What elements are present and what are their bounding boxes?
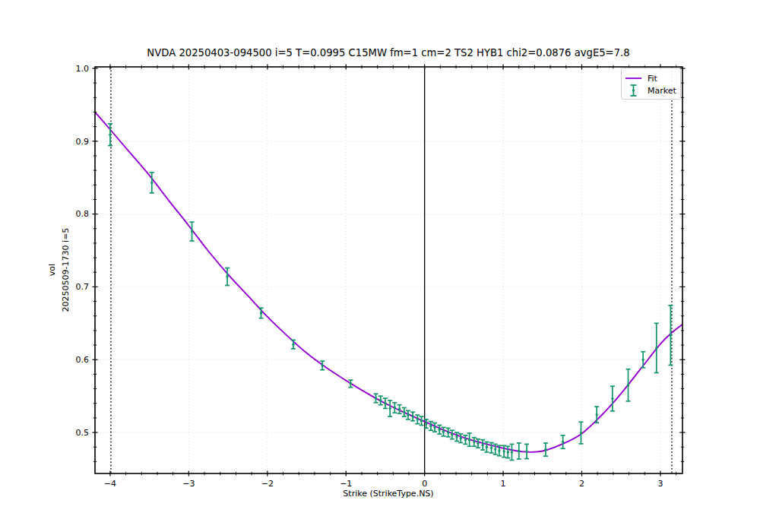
market-point-marker xyxy=(562,441,564,443)
legend-fit-label: Fit xyxy=(648,74,658,84)
market-point-marker xyxy=(429,425,432,427)
market-point-marker xyxy=(490,446,492,448)
market-point-marker xyxy=(394,407,396,409)
x-tick-label: 2 xyxy=(579,479,584,489)
market-point-marker xyxy=(425,423,427,425)
market-point-marker xyxy=(473,441,475,443)
market-point-marker xyxy=(670,334,672,336)
market-point-marker xyxy=(388,407,391,410)
market-point-marker xyxy=(420,420,423,422)
market-point-marker xyxy=(292,343,294,345)
y-tick-label: 0.7 xyxy=(76,282,90,292)
market-point-marker xyxy=(455,435,458,438)
market-point-marker xyxy=(518,450,520,452)
market-point-marker xyxy=(447,431,449,433)
market-point-marker xyxy=(403,411,405,413)
x-tick-label: 1 xyxy=(501,479,506,489)
market-point-marker xyxy=(481,444,483,446)
market-point-marker xyxy=(411,415,413,417)
y-tick-label: 0.9 xyxy=(76,137,90,147)
x-tick-label: −4 xyxy=(104,479,116,489)
market-point-marker xyxy=(433,426,435,429)
market-point-marker xyxy=(442,430,445,432)
market-point-marker xyxy=(451,433,453,435)
market-point-marker xyxy=(507,451,509,453)
y-axis-label-line2: 20250509-1730 i=5 xyxy=(61,228,71,312)
market-point-marker xyxy=(464,439,467,441)
market-point-marker xyxy=(525,450,527,452)
market-point-marker xyxy=(498,449,500,451)
market-point-marker xyxy=(627,384,629,386)
y-axis-label-line1: vol xyxy=(47,264,57,276)
volatility-smile-chart: NVDA 20250403-094500 i=5 T=0.0995 C15MW … xyxy=(0,0,760,532)
market-point-marker xyxy=(398,408,401,410)
y-tick-label: 0.8 xyxy=(76,209,90,219)
y-tick-label: 0.5 xyxy=(76,428,90,438)
market-point-marker xyxy=(641,359,644,361)
market-point-marker xyxy=(109,133,111,135)
x-tick-label: −2 xyxy=(261,479,274,489)
market-point-marker xyxy=(460,437,462,439)
x-tick-label: −1 xyxy=(340,479,352,489)
market-point-marker xyxy=(407,413,409,416)
market-point-marker xyxy=(321,364,324,366)
market-point-marker xyxy=(544,448,546,451)
x-axis-label: Strike (StrikeType.NS) xyxy=(343,489,433,499)
market-point-marker xyxy=(611,397,613,400)
market-point-marker xyxy=(350,382,352,385)
market-point-marker xyxy=(655,347,657,349)
market-point-marker xyxy=(486,446,488,448)
y-tick-label: 1.0 xyxy=(76,64,90,74)
market-point-marker xyxy=(416,418,419,420)
market-point-marker xyxy=(150,182,153,184)
market-point-marker xyxy=(595,413,597,416)
market-point-marker xyxy=(375,397,377,399)
y-tick-label: 0.6 xyxy=(76,355,90,365)
market-point-marker xyxy=(379,399,382,401)
x-tick-label: −3 xyxy=(182,479,195,489)
market-point-marker xyxy=(468,439,470,441)
market-point-marker xyxy=(494,448,496,450)
legend-market-label: Market xyxy=(648,86,676,96)
market-point-marker xyxy=(477,442,479,445)
legend: Fit Market xyxy=(622,68,681,100)
market-point-marker xyxy=(439,429,441,431)
market-point-marker xyxy=(226,275,228,277)
market-point-marker xyxy=(384,402,386,404)
market-point-marker xyxy=(580,432,582,434)
figure: NVDA 20250403-094500 i=5 T=0.0995 C15MW … xyxy=(0,0,760,532)
x-tick-label: 0 xyxy=(422,479,427,489)
market-point-marker xyxy=(502,450,505,452)
x-tick-label: 3 xyxy=(657,479,663,489)
market-point-marker xyxy=(511,451,513,453)
market-point-marker xyxy=(191,230,193,233)
chart-title: NVDA 20250403-094500 i=5 T=0.0995 C15MW … xyxy=(147,47,629,59)
market-point-marker xyxy=(260,312,262,314)
